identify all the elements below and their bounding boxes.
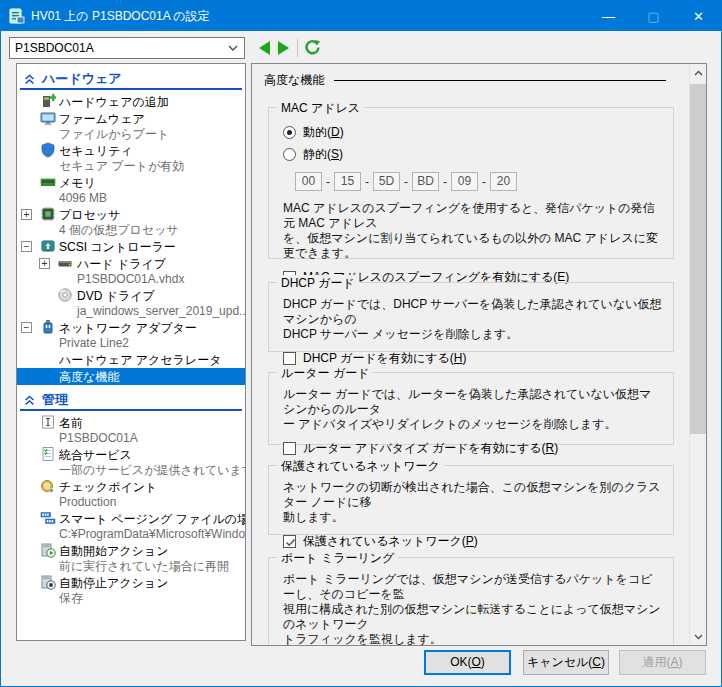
collapse-icon[interactable]: −: [21, 322, 32, 333]
sidebar-item-sub: C:¥ProgramData¥Microsoft¥Windo...: [17, 527, 245, 542]
group-title: MAC アドレス: [277, 100, 364, 117]
network-adapter-icon: [40, 319, 56, 335]
mac-dynamic-option[interactable]: 動的(D): [283, 122, 663, 142]
title-bar: HV01 上の P1SBDOC01A の設定 — ▢ ✕: [1, 1, 721, 31]
vm-selector[interactable]: P1SBDOC01A: [9, 37, 245, 59]
sidebar-item-sub: 前に実行されていた場合に再開: [17, 559, 245, 574]
section-header-label: 管理: [42, 391, 68, 409]
sidebar-item-hardware-acceleration[interactable]: ハードウェア アクセラレータ: [17, 351, 245, 368]
sidebar-item-processor[interactable]: + プロセッサ: [17, 206, 245, 223]
collapse-chevron-icon: [23, 394, 36, 407]
sidebar-item-label: SCSI コントローラー: [59, 239, 176, 256]
sidebar-item-label: 高度な機能: [59, 369, 119, 386]
advanced-features-panel: 高度な機能 MAC アドレス 動的(D) 静的(S) 00-15-5D-BD-0…: [251, 63, 707, 646]
apply-button: 適用(A): [619, 650, 706, 675]
sidebar-item-auto-start[interactable]: 自動開始アクション: [17, 542, 245, 559]
sidebar-item-integration-services[interactable]: 統合サービス: [17, 446, 245, 463]
protected-network-option[interactable]: 保護されているネットワーク(P): [283, 532, 663, 550]
checkpoint-icon: [40, 478, 56, 494]
router-guard-checkbox[interactable]: [283, 442, 296, 455]
navigate-forward-button[interactable]: [278, 41, 289, 55]
mac-static-option[interactable]: 静的(S): [283, 144, 663, 164]
radio-static[interactable]: [283, 148, 296, 161]
protected-network-checkbox[interactable]: [283, 535, 296, 548]
sidebar-item-memory[interactable]: メモリ: [17, 174, 245, 191]
sidebar-item-auto-stop[interactable]: 自動停止アクション: [17, 574, 245, 591]
sidebar-item-smart-paging[interactable]: スマート ページング ファイルの場所: [17, 510, 245, 527]
maximize-button: ▢: [631, 1, 676, 31]
sidebar-item-checkpoints[interactable]: チェックポイント: [17, 478, 245, 495]
radio-static-label: 静的(S): [303, 146, 343, 163]
integration-services-icon: [40, 446, 56, 462]
router-description-line1: ルーター ガードでは、ルーターを偽装した承認されていない仮想マシンからのルータ: [283, 387, 663, 417]
mac-separator: -: [478, 175, 490, 189]
section-header-hardware[interactable]: ハードウェア: [20, 70, 242, 90]
protected-network-group: 保護されているネットワーク ネットワークの切断が検出された場合、この仮想マシンを…: [268, 465, 674, 535]
settings-window: HV01 上の P1SBDOC01A の設定 — ▢ ✕ P1SBDOC01A …: [0, 0, 722, 687]
sidebar-item-firmware[interactable]: ファームウェア: [17, 110, 245, 127]
sidebar-item-name[interactable]: 名前: [17, 414, 245, 431]
sidebar-item-hard-drive[interactable]: + ハード ドライブ: [17, 255, 245, 272]
dialog-footer: OK(O) キャンセル(C) 適用(A): [1, 644, 721, 686]
section-header-label: ハードウェア: [42, 70, 122, 88]
close-button[interactable]: ✕: [676, 1, 721, 31]
sidebar-item-sub: 保存: [17, 591, 245, 606]
mac-separator: -: [322, 175, 334, 189]
sidebar-item-sub: Production: [17, 495, 245, 510]
cancel-button[interactable]: キャンセル(C): [523, 650, 609, 675]
mac-octet-5: 09: [451, 172, 478, 191]
dhcp-description-line1: DHCP ガードでは、DHCP サーバーを偽装した承認されていない仮想マシンから…: [283, 297, 663, 327]
port-mirroring-group: ポート ミラーリング ポート ミラーリングでは、仮想マシンが送受信するパケットを…: [268, 557, 674, 646]
sidebar-item-label: 自動開始アクション: [59, 543, 168, 560]
vertical-scrollbar[interactable]: [689, 64, 706, 645]
toolbar: P1SBDOC01A: [1, 31, 721, 63]
mac-octet-3: 5D: [373, 172, 400, 191]
sidebar-item-dvd-drive[interactable]: DVD ドライブ: [17, 287, 245, 304]
panel-header: 高度な機能: [264, 72, 666, 89]
group-title: DHCP ガード: [277, 275, 359, 292]
sidebar-item-advanced-features[interactable]: 高度な機能: [17, 368, 245, 385]
rename-icon: [40, 414, 56, 430]
scsi-controller-icon: [40, 238, 56, 254]
collapse-chevron-icon: [23, 73, 36, 86]
ok-button[interactable]: OK(O): [424, 650, 511, 675]
sidebar-item-label: ネットワーク アダプター: [59, 320, 197, 337]
sidebar-item-scsi-controller[interactable]: − SCSI コントローラー: [17, 238, 245, 255]
collapse-icon[interactable]: −: [21, 241, 32, 252]
dvd-disc-icon: [57, 287, 73, 303]
scrollbar-thumb[interactable]: [690, 84, 707, 434]
refresh-button[interactable]: [304, 39, 321, 56]
dhcp-guard-group: DHCP ガード DHCP ガードでは、DHCP サーバーを偽装した承認されてい…: [268, 282, 674, 352]
sidebar-item-label: チェックポイント: [59, 479, 157, 496]
dhcp-guard-checkbox[interactable]: [283, 352, 296, 365]
scroll-up-button[interactable]: [690, 64, 707, 81]
protected-network-label: 保護されているネットワーク(P): [303, 533, 478, 550]
header-rule: [334, 80, 666, 81]
radio-dynamic[interactable]: [283, 126, 296, 139]
section-header-management[interactable]: 管理: [20, 391, 242, 411]
vm-selector-value: P1SBDOC01A: [15, 41, 228, 55]
expand-icon[interactable]: +: [39, 258, 50, 269]
mirroring-description-line1: ポート ミラーリングでは、仮想マシンが送受信するパケットをコピーし、そのコピーを…: [283, 572, 663, 602]
sidebar-item-sub: 4096 MB: [17, 191, 245, 206]
mac-address-fields: 00-15-5D-BD-09-20: [295, 172, 663, 191]
mac-octet-1: 00: [295, 172, 322, 191]
sidebar-item-security[interactable]: セキュリティ: [17, 142, 245, 159]
protected-description-line1: ネットワークの切断が検出された場合、この仮想マシンを別のクラスター ノードに移: [283, 480, 663, 510]
toolbar-separator: [297, 39, 298, 57]
memory-icon: [40, 174, 56, 190]
mac-separator: -: [361, 175, 373, 189]
settings-nav-sidebar: ハードウェア ハードウェアの追加 ファームウェア ファイルからブート セキュリテ…: [16, 63, 246, 641]
router-guard-label: ルーター アドバタイズ ガードを有効にする(R): [303, 440, 558, 457]
sidebar-item-add-hardware[interactable]: ハードウェアの追加: [17, 93, 245, 110]
minimize-button[interactable]: —: [586, 1, 631, 31]
sidebar-item-label: ハードウェア アクセラレータ: [59, 352, 221, 369]
router-guard-option[interactable]: ルーター アドバタイズ ガードを有効にする(R): [283, 439, 663, 457]
scroll-down-button[interactable]: [690, 628, 707, 645]
navigate-back-button[interactable]: [259, 41, 270, 55]
window-title: HV01 上の P1SBDOC01A の設定: [31, 8, 586, 25]
radio-dynamic-label: 動的(D): [303, 124, 344, 141]
expand-icon[interactable]: +: [21, 209, 32, 220]
sidebar-item-network-adapter[interactable]: − ネットワーク アダプター: [17, 319, 245, 336]
auto-start-icon: [40, 542, 56, 558]
